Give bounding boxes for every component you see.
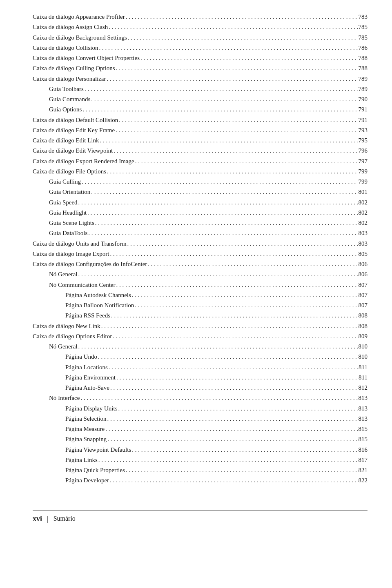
toc-entry-label: Caixa de diálogo File Options [33,167,106,176]
toc-entry-label: Página Locations [65,363,108,372]
toc-entry-page: 810 [359,342,368,351]
toc-entry: Caixa de diálogo Configurações do InfoCe… [33,260,368,269]
toc-entry-label: Caixa de diálogo Personalizar [33,74,106,84]
toc-entry-label: Página Undo [65,352,97,362]
toc-entry-dots: . . . . . . . . . . . . . . . . . . . . … [82,177,358,186]
toc-entry: Nó General . . . . . . . . . . . . . . .… [33,270,368,279]
toc-entry-page: 806 [359,270,368,279]
toc-entry-label: Página Quick Properties [65,466,125,475]
toc-entry: Caixa de diálogo Default Collision . . .… [33,115,368,125]
toc-entry-dots: . . . . . . . . . . . . . . . . . . . . … [100,136,357,145]
toc-entry-label: Guia DataTools [49,229,87,238]
toc-entry-page: 815 [359,424,368,434]
toc-entry-dots: . . . . . . . . . . . . . . . . . . . . … [78,270,358,279]
toc-entry-dots: . . . . . . . . . . . . . . . . . . . . … [82,105,357,114]
toc-entry-dots: . . . . . . . . . . . . . . . . . . . . … [148,260,357,269]
toc-entry-label: Página Measure [65,424,105,434]
toc-entry-dots: . . . . . . . . . . . . . . . . . . . . … [116,373,358,382]
toc-entry-label: Caixa de diálogo Culling Options [33,64,115,73]
toc-entry-dots: . . . . . . . . . . . . . . . . . . . . … [111,311,357,320]
toc-entry-dots: . . . . . . . . . . . . . . . . . . . . … [109,363,358,372]
toc-entry-page: 817 [359,455,368,465]
toc-entry-page: 797 [359,157,368,166]
toc-entry-label: Página Environment [65,373,116,382]
toc-entry-dots: . . . . . . . . . . . . . . . . . . . . … [80,393,357,403]
toc-entry-page: 803 [359,239,368,249]
toc-entry-page: 813 [359,414,368,424]
toc-entry: Caixa de diálogo Edit Link . . . . . . .… [33,136,368,145]
toc-entry-label: Caixa de diálogo Background Settings [33,33,127,42]
toc-entry: Caixa de diálogo New Link . . . . . . . … [33,322,368,331]
toc-entry-page: 788 [359,64,368,73]
toc-entry-page: 808 [359,311,368,320]
toc-entry-label: Página Snapping [65,435,107,444]
toc-entry-dots: . . . . . . . . . . . . . . . . . . . . … [135,157,358,166]
toc-entry-dots: . . . . . . . . . . . . . . . . . . . . … [132,445,357,455]
toc-entry-dots: . . . . . . . . . . . . . . . . . . . . … [78,342,358,351]
toc-entry: Guia DataTools . . . . . . . . . . . . .… [33,229,368,238]
toc-entry-label: Nó General [49,270,78,279]
toc-entry-page: 810 [359,352,368,362]
toc-entry: Página Locations . . . . . . . . . . . .… [33,363,368,372]
toc-entry-dots: . . . . . . . . . . . . . . . . . . . . … [114,146,357,155]
toc-entry-dots: . . . . . . . . . . . . . . . . . . . . … [113,332,357,341]
toc-entry: Página Environment . . . . . . . . . . .… [33,373,368,382]
toc-entry-dots: . . . . . . . . . . . . . . . . . . . . … [78,198,358,207]
toc-entry-dots: . . . . . . . . . . . . . . . . . . . . … [128,33,358,42]
toc-entry-dots: . . . . . . . . . . . . . . . . . . . . … [91,95,357,104]
toc-entry-dots: . . . . . . . . . . . . . . . . . . . . … [110,476,357,485]
toc-entry: Página Developer . . . . . . . . . . . .… [33,476,368,485]
toc-container: Caixa de diálogo Appearance Profiler . .… [33,12,368,486]
toc-entry: Página Balloon Notification . . . . . . … [33,301,368,310]
toc-entry-label: Caixa de diálogo Edit Viewpoint [33,146,113,155]
toc-entry: Guia Commands . . . . . . . . . . . . . … [33,95,368,104]
toc-entry-label: Caixa de diálogo Image Export [33,249,109,259]
toc-entry: Página Selection . . . . . . . . . . . .… [33,414,368,424]
toc-entry: Caixa de diálogo Edit Viewpoint . . . . … [33,146,368,155]
toc-entry-dots: . . . . . . . . . . . . . . . . . . . . … [126,12,358,22]
toc-entry-page: 801 [359,187,368,197]
toc-entry-page: 807 [359,291,368,300]
toc-entry: Caixa de diálogo Edit Key Frame . . . . … [33,126,368,135]
toc-entry-page: 813 [359,404,368,413]
toc-entry: Caixa de diálogo File Options . . . . . … [33,167,368,176]
toc-entry: Guia Orientation . . . . . . . . . . . .… [33,187,368,197]
toc-entry-label: Guia Headlight [49,208,87,217]
toc-entry-dots: . . . . . . . . . . . . . . . . . . . . … [98,352,358,362]
toc-entry-label: Nó Interface [49,393,80,403]
toc-entry-dots: . . . . . . . . . . . . . . . . . . . . … [135,301,357,310]
toc-entry-dots: . . . . . . . . . . . . . . . . . . . . … [87,208,357,217]
toc-entry-page: 796 [359,146,368,155]
toc-entry-label: Nó Communication Center [49,280,115,290]
toc-entry-page: 786 [359,43,368,53]
toc-entry: Caixa de diálogo Collision . . . . . . .… [33,43,368,53]
toc-entry-page: 805 [359,249,368,259]
toc-entry-dots: . . . . . . . . . . . . . . . . . . . . … [105,424,357,434]
toc-entry-label: Caixa de diálogo Configurações do InfoCe… [33,260,147,269]
toc-entry-dots: . . . . . . . . . . . . . . . . . . . . … [110,249,357,259]
toc-entry: Página Snapping . . . . . . . . . . . . … [33,435,368,444]
footer-bar: xvi | Sumário [33,510,368,523]
toc-entry-label: Nó General [49,342,78,351]
toc-entry: Caixa de diálogo Assign Clash . . . . . … [33,22,368,32]
toc-entry-page: 813 [359,393,368,403]
toc-entry-label: Guia Commands [49,95,90,104]
toc-entry-page: 785 [359,22,368,32]
toc-entry: Página Undo . . . . . . . . . . . . . . … [33,352,368,362]
toc-entry-label: Guia Toolbars [49,84,84,94]
toc-entry-page: 789 [359,84,368,94]
toc-entry: Caixa de diálogo Appearance Profiler . .… [33,12,368,22]
toc-entry-label: Caixa de diálogo Edit Key Frame [33,126,115,135]
toc-entry-label: Caixa de diálogo Options Editor [33,332,112,341]
toc-entry: Caixa de diálogo Options Editor . . . . … [33,332,368,341]
toc-entry: Página RSS Feeds . . . . . . . . . . . .… [33,311,368,320]
toc-entry: Guia Headlight . . . . . . . . . . . . .… [33,208,368,217]
toc-entry-label: Caixa de diálogo Edit Link [33,136,99,145]
toc-entry-page: 802 [359,208,368,217]
toc-entry: Nó General . . . . . . . . . . . . . . .… [33,342,368,351]
toc-entry-label: Caixa de diálogo Default Collision [33,115,118,125]
toc-entry-label: Caixa de diálogo Appearance Profiler [33,12,125,22]
toc-entry: Página Viewpoint Defaults . . . . . . . … [33,445,368,455]
toc-entry-dots: . . . . . . . . . . . . . . . . . . . . … [118,404,358,413]
toc-entry-dots: . . . . . . . . . . . . . . . . . . . . … [107,74,358,84]
